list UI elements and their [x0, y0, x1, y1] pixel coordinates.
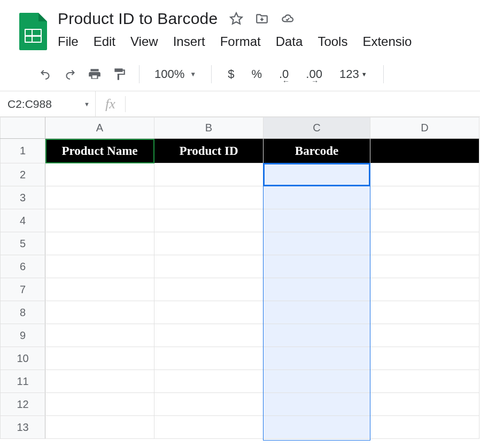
cell-B8[interactable] — [154, 301, 264, 324]
cell-D3[interactable] — [370, 186, 479, 209]
menu-file[interactable]: File — [58, 34, 79, 49]
cell-C1[interactable]: Barcode — [264, 139, 370, 163]
cell-C6[interactable] — [264, 255, 370, 278]
cell-A2[interactable] — [45, 163, 154, 186]
cell-C8[interactable] — [264, 301, 370, 324]
cell-D11[interactable] — [370, 370, 479, 393]
cell-B9[interactable] — [154, 324, 264, 347]
cell-C13[interactable] — [264, 416, 370, 439]
cell-D9[interactable] — [370, 324, 479, 347]
menu-insert[interactable]: Insert — [173, 34, 205, 49]
name-box-value: C2:C988 — [7, 98, 52, 111]
cell-D10[interactable] — [370, 347, 479, 370]
cell-D8[interactable] — [370, 301, 479, 324]
cell-B13[interactable] — [154, 416, 264, 439]
select-all-cell[interactable] — [1, 117, 45, 139]
cell-C4[interactable] — [264, 209, 370, 232]
cell-D1[interactable] — [370, 139, 479, 163]
row-header-6[interactable]: 6 — [1, 255, 45, 278]
cell-C5[interactable] — [264, 232, 370, 255]
menu-data[interactable]: Data — [276, 34, 303, 49]
row-header-7[interactable]: 7 — [1, 278, 45, 301]
cell-D2[interactable] — [370, 163, 479, 186]
cell-C11[interactable] — [264, 370, 370, 393]
cell-B3[interactable] — [154, 186, 264, 209]
cell-C7[interactable] — [264, 278, 370, 301]
menu-view[interactable]: View — [130, 34, 158, 49]
row-header-5[interactable]: 5 — [1, 232, 45, 255]
cloud-status-icon[interactable] — [281, 12, 295, 26]
formula-bar: C2:C988 ▼ fx — [0, 91, 480, 117]
cell-B4[interactable] — [154, 209, 264, 232]
cell-A9[interactable] — [45, 324, 154, 347]
cell-C12[interactable] — [264, 393, 370, 416]
document-title[interactable]: Product ID to Barcode — [58, 10, 218, 28]
cell-A10[interactable] — [45, 347, 154, 370]
cell-A12[interactable] — [45, 393, 154, 416]
caret-down-icon: ▼ — [361, 71, 367, 77]
menu-tools[interactable]: Tools — [318, 34, 347, 49]
menu-format[interactable]: Format — [220, 34, 261, 49]
format-percent-button[interactable]: % — [247, 67, 266, 81]
cell-B11[interactable] — [154, 370, 264, 393]
row-header-4[interactable]: 4 — [1, 209, 45, 232]
cell-B6[interactable] — [154, 255, 264, 278]
cell-D7[interactable] — [370, 278, 479, 301]
row-header-10[interactable]: 10 — [1, 347, 45, 370]
redo-icon[interactable] — [62, 66, 78, 82]
column-header-B[interactable]: B — [154, 117, 264, 139]
cell-D4[interactable] — [370, 209, 479, 232]
menu-edit[interactable]: Edit — [94, 34, 115, 49]
title-row: Product ID to Barcode — [58, 10, 412, 28]
column-header-D[interactable]: D — [370, 117, 479, 139]
decrease-decimal-button[interactable]: .0 ← — [275, 67, 293, 81]
cell-D12[interactable] — [370, 393, 479, 416]
cell-B12[interactable] — [154, 393, 264, 416]
row-header-12[interactable]: 12 — [1, 393, 45, 416]
row-header-9[interactable]: 9 — [1, 324, 45, 347]
cell-A5[interactable] — [45, 232, 154, 255]
undo-icon[interactable] — [37, 66, 53, 82]
row-header-8[interactable]: 8 — [1, 301, 45, 324]
row-header-13[interactable]: 13 — [1, 416, 45, 439]
cell-C9[interactable] — [264, 324, 370, 347]
cell-D5[interactable] — [370, 232, 479, 255]
more-formats-dropdown[interactable]: 123 ▼ — [335, 67, 371, 81]
cell-A1[interactable]: Product Name — [45, 139, 154, 163]
menu-extensions[interactable]: Extensio — [362, 34, 412, 49]
zoom-value: 100% — [154, 67, 184, 81]
increase-decimal-button[interactable]: .00 → — [301, 67, 327, 81]
cell-A7[interactable] — [45, 278, 154, 301]
cell-C2[interactable] — [264, 163, 370, 186]
name-box[interactable]: C2:C988 ▼ — [0, 91, 95, 116]
row-header-2[interactable]: 2 — [1, 163, 45, 186]
move-folder-icon[interactable] — [255, 12, 269, 26]
format-currency-button[interactable]: $ — [223, 67, 238, 81]
row-header-1[interactable]: 1 — [1, 139, 45, 163]
cell-B1[interactable]: Product ID — [154, 139, 264, 163]
print-icon[interactable] — [87, 66, 103, 82]
formula-input[interactable] — [126, 91, 480, 116]
cell-A3[interactable] — [45, 186, 154, 209]
paint-format-icon[interactable] — [111, 66, 127, 82]
cell-B5[interactable] — [154, 232, 264, 255]
column-header-A[interactable]: A — [45, 117, 154, 139]
cell-C3[interactable] — [264, 186, 370, 209]
cell-A6[interactable] — [45, 255, 154, 278]
cell-C10[interactable] — [264, 347, 370, 370]
row-header-3[interactable]: 3 — [1, 186, 45, 209]
cell-D13[interactable] — [370, 416, 479, 439]
row-header-11[interactable]: 11 — [1, 370, 45, 393]
cell-D6[interactable] — [370, 255, 479, 278]
column-header-C[interactable]: C — [264, 117, 370, 139]
cell-A11[interactable] — [45, 370, 154, 393]
cell-B7[interactable] — [154, 278, 264, 301]
cell-A4[interactable] — [45, 209, 154, 232]
zoom-dropdown[interactable]: 100% ▼ — [151, 67, 199, 81]
sheets-logo-icon[interactable] — [19, 13, 47, 50]
cell-B10[interactable] — [154, 347, 264, 370]
cell-A8[interactable] — [45, 301, 154, 324]
star-icon[interactable] — [229, 12, 243, 26]
cell-A13[interactable] — [45, 416, 154, 439]
cell-B2[interactable] — [154, 163, 264, 186]
